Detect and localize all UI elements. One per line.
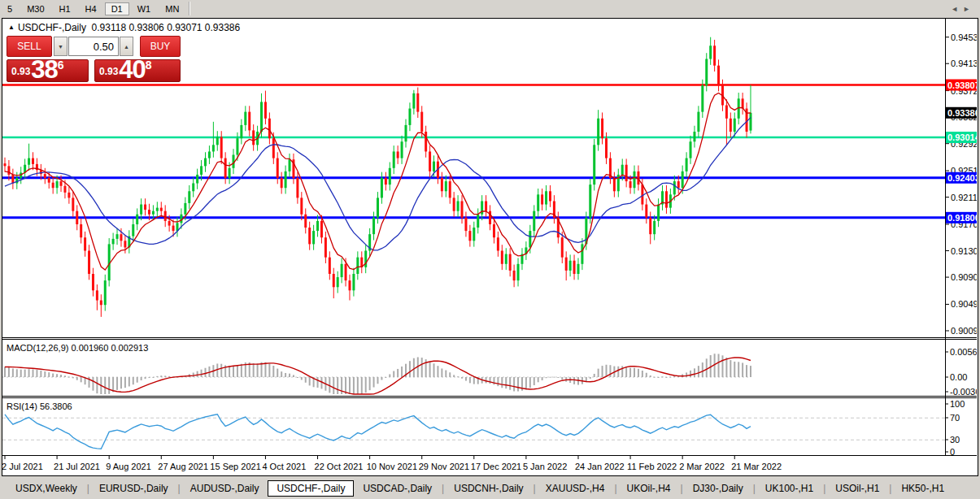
macd-bar — [309, 377, 311, 385]
candle-body — [372, 218, 375, 234]
candle-body — [405, 125, 407, 141]
macd-bar — [561, 377, 563, 380]
candle-body — [200, 166, 203, 175]
candle-body — [686, 158, 688, 171]
chart-canvas[interactable]: 0.945300.941300.937200.933200.929200.925… — [2, 18, 977, 475]
candle-body — [160, 208, 163, 211]
date-tick-label: 9 Aug 2021 — [106, 462, 151, 471]
macd-bar — [665, 377, 667, 378]
chart-tab-hk50[interactable]: HK50-,H1 — [892, 480, 953, 497]
candle-body — [513, 271, 516, 280]
macd-bar — [104, 377, 106, 394]
volume-input[interactable] — [68, 37, 119, 56]
candle-body — [682, 171, 684, 188]
candle-body — [72, 197, 74, 210]
chart-tab-usdx[interactable]: USDX,Weekly — [7, 480, 86, 497]
candle-body — [429, 151, 431, 171]
volume-increase-button[interactable]: ▲ — [120, 37, 133, 56]
candle-body — [324, 237, 327, 257]
tab-separator: | — [178, 483, 181, 494]
macd-bar — [81, 377, 82, 382]
macd-bar — [72, 377, 74, 378]
candle-body — [296, 178, 298, 197]
macd-bar — [557, 377, 559, 378]
candle-body — [96, 290, 98, 300]
bid-price-panel[interactable]: 0.93 38 6 — [7, 59, 89, 82]
timeframe-button-5[interactable]: 5 — [1, 2, 19, 15]
macd-bar — [8, 367, 10, 377]
sell-button[interactable]: SELL — [7, 36, 52, 57]
chart-tab-uk100[interactable]: UK100-,H1 — [756, 480, 822, 497]
candle-body — [341, 264, 343, 277]
macd-bar — [4, 367, 6, 377]
buy-button[interactable]: BUY — [140, 36, 181, 57]
macd-bar — [413, 358, 415, 377]
toolbar-separator — [189, 2, 190, 15]
macd-bar — [650, 375, 651, 377]
chart-tab-audusd[interactable]: AUDUSD-,Daily — [181, 480, 268, 497]
chart-tab-usdcad[interactable]: USDCAD-,Daily — [354, 480, 441, 497]
chart-tab-dj30[interactable]: DJ30-,Daily — [684, 480, 752, 497]
symbol-label: USDCHF-,Daily — [18, 22, 86, 33]
timeframe-button-d1[interactable]: D1 — [105, 2, 129, 15]
timeframe-button-h1[interactable]: H1 — [53, 2, 77, 15]
candle-body — [645, 205, 647, 218]
chart-tab-eurusd[interactable]: EURUSD-,Daily — [90, 480, 177, 497]
macd-bar — [145, 377, 146, 379]
macd-bar — [493, 377, 494, 384]
macd-bar — [457, 376, 459, 377]
tab-scroll-arrows[interactable]: ◄► — [951, 5, 975, 13]
chart-tab-ukoil[interactable]: UKOil-,H4 — [618, 480, 680, 497]
chart-tab-xauusd[interactable]: XAUUSD-,H4 — [537, 480, 614, 497]
chart-tab-usdcnh[interactable]: USDCNH-,Daily — [445, 480, 532, 497]
macd-bar — [133, 377, 134, 384]
macd-bar — [349, 377, 351, 394]
candle-body — [401, 141, 403, 158]
macd-bar — [734, 362, 735, 377]
candle-body — [281, 178, 283, 188]
one-click-trading-panel: SELL ▼ ▲ BUY 0.93 38 6 0.93 40 8 — [7, 36, 181, 82]
timeframe-button-h4[interactable]: H4 — [79, 2, 103, 15]
chart-tab-usdchf[interactable]: USDCHF-,Daily — [268, 480, 354, 497]
candle-body — [581, 244, 583, 263]
timeframe-button-m30[interactable]: M30 — [20, 2, 50, 15]
candle-body — [289, 159, 291, 171]
candle-body — [32, 158, 34, 164]
candle-body — [416, 93, 419, 112]
collapse-icon[interactable]: ▲ — [8, 24, 15, 31]
timeframe-button-w1[interactable]: W1 — [131, 2, 158, 15]
bid-prefix: 0.93 — [11, 66, 30, 77]
candle-body — [597, 119, 599, 145]
macd-bar — [513, 377, 515, 391]
date-tick-label: 21 Mar 2022 — [731, 462, 782, 471]
macd-bar — [738, 362, 739, 377]
macd-bar — [128, 377, 130, 386]
candle-body — [285, 171, 287, 188]
macd-bar — [216, 363, 218, 377]
tab-separator: | — [534, 483, 536, 494]
scroll-left-icon[interactable]: ◄ — [951, 5, 963, 13]
macd-bar — [148, 377, 150, 378]
macd-bar — [152, 377, 154, 378]
candle-body — [713, 46, 716, 65]
timeframe-button-mn[interactable]: MN — [159, 2, 185, 15]
chart-tab-usoil[interactable]: USOil-,H1 — [826, 480, 888, 497]
ask-price-panel[interactable]: 0.93 40 8 — [94, 59, 181, 82]
macd-bar — [694, 368, 695, 377]
macd-bar — [546, 377, 547, 378]
candle-body — [589, 184, 591, 218]
candle-body — [352, 274, 355, 290]
candle-body — [68, 193, 70, 198]
macd-bar — [20, 370, 22, 377]
candle-body — [657, 205, 660, 221]
volume-decrease-button[interactable]: ▼ — [54, 37, 68, 56]
scroll-right-icon[interactable]: ► — [963, 5, 975, 13]
candle-body — [132, 224, 134, 236]
candle-body — [385, 178, 387, 184]
candle-body — [208, 151, 211, 158]
macd-bar — [725, 358, 727, 377]
macd-bar — [509, 377, 511, 390]
candle-body — [4, 163, 7, 166]
macd-bar — [658, 377, 660, 378]
macd-bar — [120, 377, 122, 388]
